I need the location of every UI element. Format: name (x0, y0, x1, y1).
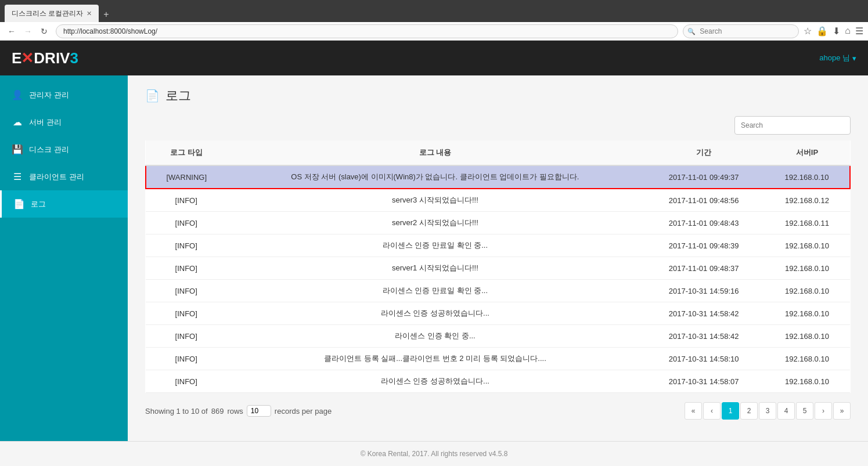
new-tab-button[interactable]: + (99, 7, 113, 22)
download-icon[interactable]: ⬇ (833, 26, 840, 37)
table-row: [INFO]server3 시작되었습니다!!!2017-11-01 09:48… (146, 189, 850, 212)
main-content: 📄 로그 로그 타입 로그 내용 기간 서버IP [WARNING (128, 75, 868, 441)
logo: E ✕ DRIV 3 (12, 49, 78, 67)
menu-icon[interactable]: ☰ (855, 26, 863, 37)
log-icon: 📄 (13, 198, 25, 209)
user-label: ahope 님 (819, 53, 850, 63)
app-wrapper: E ✕ DRIV 3 ahope 님 ▾ 👤 관리자 관리 ☁ 서버 관리 💾 … (0, 41, 868, 466)
sidebar-label-log: 로그 (31, 199, 46, 209)
cell-time: 2017-11-01 09:49:37 (643, 165, 764, 189)
cell-content: 라이센스 인증 성공하였습니다... (226, 370, 643, 393)
table-body: [WARNING]OS 저장 서버 (slave)에 이미지(Win8)가 없습… (146, 165, 850, 393)
cell-ip: 192.168.0.12 (764, 189, 850, 212)
cell-ip: 192.168.0.10 (764, 280, 850, 302)
per-page-select[interactable]: 10 25 50 (247, 405, 271, 417)
sidebar-item-disk[interactable]: 💾 디스크 관리 (0, 136, 128, 163)
forward-button[interactable]: → (21, 24, 35, 38)
home-icon[interactable]: ⌂ (845, 26, 851, 37)
page-btn-4[interactable]: 4 (777, 402, 795, 420)
cell-content: 라이센스 인증 성공하였습니다... (226, 302, 643, 325)
disk-icon: 💾 (12, 144, 23, 155)
cell-ip: 192.168.0.11 (764, 212, 850, 234)
cell-ip: 192.168.0.10 (764, 234, 850, 257)
page-btn-‹[interactable]: ‹ (703, 402, 721, 420)
page-btn-2[interactable]: 2 (740, 402, 758, 420)
showing-prefix: Showing 1 to 10 of (145, 407, 208, 416)
user-info[interactable]: ahope 님 ▾ (819, 53, 856, 63)
sidebar-item-log[interactable]: 📄 로그 (0, 190, 128, 218)
rows-label: rows (227, 407, 243, 416)
browser-chrome: 디스크리스 로컬관리자 ✕ + (0, 0, 868, 22)
cell-type: [INFO] (146, 280, 226, 302)
sidebar-label-admin: 관리자 관리 (29, 90, 69, 100)
refresh-button[interactable]: ↻ (37, 24, 51, 38)
cell-ip: 192.168.0.10 (764, 370, 850, 393)
per-page-suffix: records per page (275, 407, 332, 416)
admin-icon: 👤 (12, 89, 23, 100)
log-table: 로그 타입 로그 내용 기간 서버IP [WARNING]OS 저장 서버 (s… (145, 140, 851, 393)
nav-buttons: ← → ↻ (5, 24, 51, 38)
client-icon: ☰ (12, 171, 23, 182)
cell-content: 라이센스 인증 만료일 확인 중... (226, 234, 643, 257)
back-button[interactable]: ← (5, 24, 19, 38)
cell-type: [INFO] (146, 302, 226, 325)
bookmark-icon[interactable]: ☆ (804, 26, 812, 37)
tab-close-button[interactable]: ✕ (87, 10, 92, 17)
cell-ip: 192.168.0.10 (764, 348, 850, 370)
total-rows: 869 (211, 407, 224, 416)
table-header: 로그 타입 로그 내용 기간 서버IP (146, 140, 850, 165)
pagination: «‹12345›» (685, 402, 851, 420)
cell-ip: 192.168.0.10 (764, 257, 850, 280)
sidebar-item-server[interactable]: ☁ 서버 관리 (0, 109, 128, 136)
table-search-area (145, 116, 851, 135)
table-row: [INFO]라이센스 인증 만료일 확인 중...2017-10-31 14:5… (146, 280, 850, 302)
sidebar: 👤 관리자 관리 ☁ 서버 관리 💾 디스크 관리 ☰ 클라이언트 관리 📄 로… (0, 75, 128, 441)
cell-type: [INFO] (146, 257, 226, 280)
col-type: 로그 타입 (146, 140, 226, 165)
cell-type: [INFO] (146, 325, 226, 348)
browser-search-input[interactable] (683, 24, 799, 38)
user-dropdown-icon: ▾ (852, 54, 856, 63)
cell-time: 2017-10-31 14:58:42 (643, 302, 764, 325)
server-icon: ☁ (12, 117, 23, 128)
url-input[interactable] (56, 24, 678, 38)
cell-content: server1 시작되었습니다!!! (226, 257, 643, 280)
cell-type: [INFO] (146, 234, 226, 257)
page-btn-3[interactable]: 3 (759, 402, 776, 420)
cell-time: 2017-10-31 14:59:16 (643, 280, 764, 302)
table-footer: Showing 1 to 10 of 869 rows 10 25 50 rec… (145, 402, 851, 420)
main-layout: 👤 관리자 관리 ☁ 서버 관리 💾 디스크 관리 ☰ 클라이언트 관리 📄 로… (0, 75, 868, 441)
showing-info: Showing 1 to 10 of 869 rows 10 25 50 rec… (145, 405, 332, 417)
cell-ip: 192.168.0.10 (764, 302, 850, 325)
table-search-input[interactable] (734, 116, 851, 135)
page-btn-»[interactable]: » (833, 402, 851, 420)
page-btn-«[interactable]: « (685, 402, 702, 420)
table-row: [WARNING]OS 저장 서버 (slave)에 이미지(Win8)가 없습… (146, 165, 850, 189)
lock-icon[interactable]: 🔒 (816, 26, 828, 37)
sidebar-item-client[interactable]: ☰ 클라이언트 관리 (0, 163, 128, 190)
page-title: 로그 (165, 87, 191, 104)
col-content: 로그 내용 (226, 140, 643, 165)
col-ip: 서버IP (764, 140, 850, 165)
cell-time: 2017-10-31 14:58:42 (643, 325, 764, 348)
cell-content: server2 시작되었습니다!!! (226, 212, 643, 234)
cell-time: 2017-11-01 09:48:39 (643, 234, 764, 257)
sidebar-item-admin[interactable]: 👤 관리자 관리 (0, 81, 128, 109)
toolbar-icons: ☆ 🔒 ⬇ ⌂ ☰ (804, 26, 863, 37)
page-btn-›[interactable]: › (815, 402, 832, 420)
cell-type: [INFO] (146, 370, 226, 393)
page-btn-1[interactable]: 1 (722, 402, 739, 420)
page-title-area: 📄 로그 (145, 87, 851, 104)
table-row: [INFO]server2 시작되었습니다!!!2017-11-01 09:48… (146, 212, 850, 234)
page-btn-5[interactable]: 5 (796, 402, 813, 420)
cell-ip: 192.168.0.10 (764, 165, 850, 189)
col-time: 기간 (643, 140, 764, 165)
address-bar: ← → ↻ ☆ 🔒 ⬇ ⌂ ☰ (0, 22, 868, 41)
cell-content: 클라이언트 등록 실패...클라이언트 번호 2 미리 등록 되었습니다.... (226, 348, 643, 370)
sidebar-label-client: 클라이언트 관리 (29, 172, 84, 182)
cell-content: 라이센스 인증 확인 중... (226, 325, 643, 348)
active-tab[interactable]: 디스크리스 로컬관리자 ✕ (5, 5, 99, 22)
tab-title: 디스크리스 로컬관리자 (12, 9, 83, 19)
cell-type: [WARNING] (146, 165, 226, 189)
table-row: [INFO]server1 시작되었습니다!!!2017-11-01 09:48… (146, 257, 850, 280)
